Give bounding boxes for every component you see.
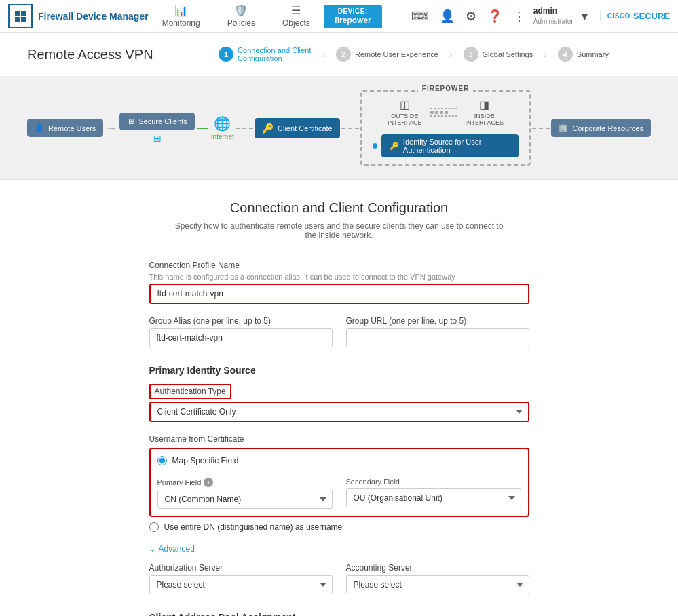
windows-icon: ⊞ — [153, 133, 162, 144]
nav-policies[interactable]: 🛡️ Policies — [214, 0, 269, 32]
arrow-2: — — [195, 122, 211, 134]
secondary-field-label: Secondary Field — [346, 478, 521, 486]
more-icon[interactable]: ⋮ — [510, 6, 528, 26]
app-title: Firewall Device Manager — [38, 11, 149, 22]
accounting-select[interactable]: Please select — [346, 575, 529, 594]
group-url-label: Group URL (one per line, up to 5) — [346, 316, 529, 326]
form-col-authorization: Authorization Server Please select — [149, 563, 333, 607]
corporate-icon: 🏢 — [559, 123, 568, 132]
authorization-label: Authorization Server — [149, 563, 333, 573]
group-alias-label: Group Alias (one per line, up to 5) — [149, 316, 333, 326]
username-cert-label: Username from Certificate — [149, 434, 529, 444]
step-1-label: Connection and ClientConfiguration — [238, 46, 311, 62]
remote-users-box: 👤 Remote Users — [27, 119, 103, 137]
secondary-field-select[interactable]: OU (Organisational Unit) CN O — [346, 488, 521, 507]
inside-interfaces: ◨ INSIDEINTERFACES — [466, 98, 504, 126]
section-title: Connection and Client Configuration — [27, 200, 651, 216]
diagram-area: 👤 Remote Users → 🖥 Secure Clients ⊞ — 🌐 … — [0, 77, 678, 180]
nav-items: 📊 Monitoring 🛡️ Policies ☰ Objects DEVIC… — [149, 0, 409, 32]
authorization-select[interactable]: Please select — [149, 575, 333, 594]
step-4-label: Summary — [577, 50, 609, 58]
diagram-flow: 👤 Remote Users → 🖥 Secure Clients ⊞ — 🌐 … — [27, 90, 651, 166]
outside-interface: ◫ OUTSIDEINTERFACE — [388, 98, 422, 126]
conn-profile-input[interactable] — [149, 284, 529, 304]
primary-field-select[interactable]: CN (Common Name) OU O — [157, 490, 333, 509]
nav-device[interactable]: DEVICE: firepower — [324, 5, 382, 28]
form-group-conn-profile: Connection Profile Name This name is con… — [149, 261, 529, 304]
auth-type-select[interactable]: Client Certificate Only AAA Only AAA and… — [149, 402, 529, 422]
form-area: Connection Profile Name This name is con… — [149, 261, 529, 616]
objects-icon: ☰ — [291, 4, 301, 17]
form-row-group: Group Alias (one per line, up to 5) Grou… — [149, 316, 529, 360]
diagram-remote-users: 👤 Remote Users — [27, 119, 103, 137]
group-alias-input[interactable] — [149, 328, 333, 347]
step-1-circle: 1 — [219, 47, 233, 62]
step-4-circle: 4 — [558, 47, 573, 62]
form-group-username-cert: Username from Certificate Map Specific F… — [149, 434, 529, 532]
wizard-step-1: 1 Connection and ClientConfiguration — [208, 43, 322, 65]
cert-icon: 🔑 — [262, 123, 274, 134]
accounting-label: Accounting Server — [346, 563, 529, 573]
radio-map-specific[interactable]: Map Specific Field — [157, 456, 521, 465]
firepower-inner: ◫ OUTSIDEINTERFACE ◨ INSIDEINTERFACES — [388, 98, 504, 126]
nav-objects[interactable]: ☰ Objects — [269, 0, 324, 32]
top-navigation: Firewall Device Manager 📊 Monitoring 🛡️ … — [0, 0, 678, 33]
identity-box: 🔑 Identity Source for User Authenticatio… — [381, 134, 519, 157]
radio-group: Map Specific Field Primary Field i CN (C… — [157, 456, 521, 509]
username-cert-box: Map Specific Field Primary Field i CN (C… — [149, 448, 529, 517]
conn-profile-hint: This name is configured as a connection … — [149, 273, 529, 281]
advanced-link[interactable]: ⌄ Advanced — [149, 544, 529, 554]
notification-icon[interactable]: 👤 — [437, 6, 457, 26]
corporate-box: 🏢 Corporate Resources — [551, 119, 651, 137]
radio-use-dn-input[interactable] — [149, 522, 159, 532]
nav-right: ⌨ 👤 ⚙ ❓ ⋮ admin Administrator ▾ CISCO SE… — [409, 6, 670, 26]
dashed-line-2 — [341, 128, 359, 129]
secure-clients-box: 🖥 Secure Clients — [119, 113, 195, 130]
primary-field-info[interactable]: i — [204, 478, 213, 487]
step-2-circle: 2 — [336, 47, 351, 62]
form-group-alias: Group Alias (one per line, up to 5) — [149, 316, 333, 347]
secure-clients-icon: 🖥 — [127, 117, 134, 126]
dropdown-icon[interactable]: ▾ — [579, 6, 590, 26]
svg-rect-1 — [21, 11, 26, 16]
identity-icon: 🔑 — [390, 142, 399, 151]
diagram-internet: 🌐 Internet — [211, 115, 234, 140]
dashed-line-1 — [236, 128, 253, 129]
radio-use-dn[interactable]: Use entire DN (distinguished name) as us… — [149, 522, 529, 532]
monitoring-icon: 📊 — [174, 4, 188, 17]
dashed-line-3 — [532, 128, 550, 129]
help-icon[interactable]: ❓ — [485, 6, 505, 26]
client-cert-box: 🔑 Client Certificate — [255, 118, 340, 138]
nav-monitoring[interactable]: 📊 Monitoring — [149, 0, 214, 32]
remote-users-icon: 👤 — [35, 123, 44, 132]
settings-icon[interactable]: ⚙ — [463, 6, 479, 26]
wizard-steps: 1 Connection and ClientConfiguration › 2… — [176, 43, 651, 65]
radio-map-specific-input[interactable] — [157, 456, 167, 465]
diagram-corporate: 🏢 Corporate Resources — [551, 119, 651, 137]
step-3-circle: 3 — [464, 47, 478, 62]
form-group-accounting: Accounting Server Please select — [346, 563, 529, 594]
svg-rect-3 — [21, 17, 26, 22]
admin-section: admin Administrator — [533, 6, 573, 26]
terminal-icon[interactable]: ⌨ — [409, 6, 432, 26]
primary-field-label: Primary Field i — [157, 478, 333, 487]
diagram-secure-clients: 🖥 Secure Clients ⊞ — [119, 113, 195, 144]
main-content: Connection and Client Configuration Spec… — [0, 180, 678, 616]
group-url-input[interactable] — [346, 328, 529, 347]
form-col-alias: Group Alias (one per line, up to 5) — [149, 316, 333, 360]
form-row-auth-account: Authorization Server Please select Accou… — [149, 563, 529, 607]
page-title: Remote Access VPN — [27, 47, 176, 62]
chevron-down-icon: ⌄ — [149, 544, 156, 554]
wizard-step-4: 4 Summary — [547, 44, 620, 64]
arrow-1: → — [103, 122, 119, 134]
client-pool-title: Client Address Pool Assignment — [149, 612, 529, 616]
page-header: Remote Access VPN 1 Connection and Clien… — [0, 33, 678, 77]
secondary-field-col: Secondary Field OU (Organisational Unit)… — [346, 478, 521, 509]
app-logo: Firewall Device Manager — [8, 4, 149, 28]
logo-icon — [8, 4, 33, 28]
form-group-auth-type: Authentication Type Client Certificate O… — [149, 384, 529, 422]
form-group-authorization: Authorization Server Please select — [149, 563, 333, 594]
auth-type-label-box: Authentication Type — [149, 384, 231, 399]
field-sub-row: Primary Field i CN (Common Name) OU O — [157, 478, 521, 509]
form-group-url: Group URL (one per line, up to 5) — [346, 316, 529, 347]
